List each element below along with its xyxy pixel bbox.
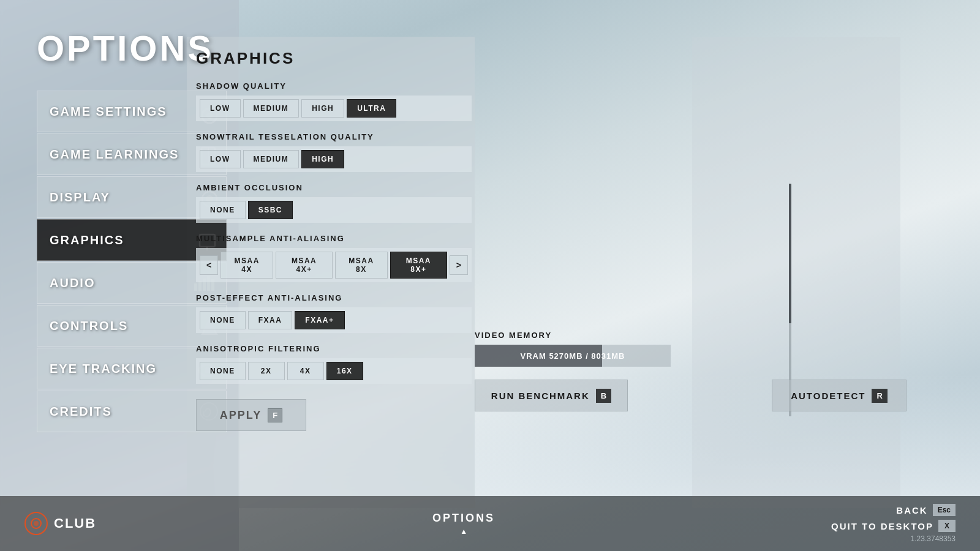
club-label: CLUB <box>54 515 96 531</box>
page-title: OPTIONS <box>37 28 214 69</box>
autodetect-button[interactable]: AUTODETECT R <box>772 380 907 411</box>
quit-key: X <box>938 520 956 532</box>
right-panel-overlay <box>692 37 900 508</box>
ao-none-btn[interactable]: NONE <box>200 201 246 219</box>
msaa-8xplus-btn[interactable]: MSAA 8X+ <box>390 252 447 279</box>
quit-label: QUIT TO DESKTOP <box>831 521 933 531</box>
msaa-options: < MSAA 4X MSAA 4X+ MSAA 8X MSAA 8X+ > <box>196 248 472 282</box>
scroll-thumb <box>789 184 791 323</box>
shadow-ultra-btn[interactable]: ULTRA <box>347 99 396 118</box>
shadow-low-btn[interactable]: LOW <box>200 99 241 118</box>
aniso-2x-btn[interactable]: 2x <box>248 362 285 380</box>
apply-button[interactable]: APPLY F <box>196 399 306 431</box>
bottom-bar: CLUB OPTIONS ▲ BACK Esc QUIT TO DESKTOP … <box>0 496 980 551</box>
apply-label: APPLY <box>220 409 262 422</box>
graphics-section-title: GRAPHICS <box>196 49 472 68</box>
postaa-fxaaplus-btn[interactable]: FXAA+ <box>295 311 344 329</box>
autodetect-key: R <box>872 389 887 403</box>
benchmark-button[interactable]: RUN BENCHMARK B <box>475 380 628 411</box>
msaa-8x-btn[interactable]: MSAA 8X <box>335 252 388 279</box>
anisotropic-label: ANISOTROPIC FILTERING <box>196 344 472 353</box>
autodetect-label: AUTODETECT <box>791 391 865 401</box>
benchmark-label: RUN BENCHMARK <box>491 391 590 401</box>
post-effect-label: POST-EFFECT ANTI-ALIASING <box>196 293 472 302</box>
vram-bar: VRAM 5270MB / 8031MB <box>475 345 671 367</box>
msaa-label: MULTISAMPLE ANTI-ALIASING <box>196 234 472 243</box>
msaa-group: MULTISAMPLE ANTI-ALIASING < MSAA 4X MSAA… <box>196 234 472 282</box>
back-label: BACK <box>896 505 927 515</box>
msaa-4xplus-btn[interactable]: MSAA 4X+ <box>276 252 333 279</box>
vram-section: VIDEO MEMORY VRAM 5270MB / 8031MB <box>475 331 671 367</box>
quit-control: QUIT TO DESKTOP X <box>831 520 956 532</box>
post-effect-aa-group: POST-EFFECT ANTI-ALIASING NONE FXAA FXAA… <box>196 293 472 333</box>
options-label: OPTIONS <box>432 512 495 525</box>
aniso-16x-btn[interactable]: 16x <box>326 362 363 380</box>
shadow-quality-label: SHADOW QUALITY <box>196 81 472 91</box>
back-control: BACK Esc <box>831 504 956 516</box>
anisotropic-group: ANISOTROPIC FILTERING NONE 2x 4x 16x <box>196 344 472 384</box>
shadow-quality-options: LOW MEDIUM HIGH ULTRA <box>196 96 472 121</box>
snowtrail-label: SNOWTRAIL TESSELATION QUALITY <box>196 132 472 141</box>
ambient-occlusion-group: AMBIENT OCCLUSION NONE SSBC <box>196 183 472 223</box>
bottom-controls: BACK Esc QUIT TO DESKTOP X 1.23.3748353 <box>831 504 956 543</box>
shadow-quality-group: SHADOW QUALITY LOW MEDIUM HIGH ULTRA <box>196 81 472 121</box>
club-icon <box>24 512 48 535</box>
club-button[interactable]: CLUB <box>24 512 96 535</box>
version-text: 1.23.3748353 <box>831 534 956 543</box>
ambient-occlusion-options: NONE SSBC <box>196 197 472 223</box>
options-up-arrow: ▲ <box>432 527 495 536</box>
snowtrail-low-btn[interactable]: LOW <box>200 150 241 168</box>
aniso-4x-btn[interactable]: 4x <box>287 362 324 380</box>
benchmark-key: B <box>596 389 611 403</box>
bottom-options: OPTIONS ▲ <box>432 512 495 536</box>
shadow-high-btn[interactable]: HIGH <box>301 99 344 118</box>
ambient-occlusion-label: AMBIENT OCCLUSION <box>196 183 472 192</box>
msaa-prev-btn[interactable]: < <box>200 255 218 275</box>
postaa-none-btn[interactable]: NONE <box>200 311 246 329</box>
snowtrail-high-btn[interactable]: HIGH <box>301 150 344 168</box>
anisotropic-options: NONE 2x 4x 16x <box>196 358 472 384</box>
shadow-medium-btn[interactable]: MEDIUM <box>243 99 300 118</box>
post-effect-options: NONE FXAA FXAA+ <box>196 307 472 333</box>
msaa-4x-btn[interactable]: MSAA 4X <box>221 252 273 279</box>
vram-label: VIDEO MEMORY <box>475 331 671 340</box>
graphics-panel: GRAPHICS SHADOW QUALITY LOW MEDIUM HIGH … <box>196 49 472 395</box>
snowtrail-tess-group: SNOWTRAIL TESSELATION QUALITY LOW MEDIUM… <box>196 132 472 172</box>
msaa-next-btn[interactable]: > <box>450 255 468 275</box>
vram-text: VRAM 5270MB / 8031MB <box>521 351 625 361</box>
postaa-fxaa-btn[interactable]: FXAA <box>248 311 293 329</box>
snowtrail-medium-btn[interactable]: MEDIUM <box>243 150 300 168</box>
snowtrail-options: LOW MEDIUM HIGH <box>196 146 472 172</box>
back-key: Esc <box>933 504 956 516</box>
apply-key: F <box>268 408 282 422</box>
aniso-none-btn[interactable]: NONE <box>200 362 246 380</box>
svg-point-18 <box>34 521 39 526</box>
ao-ssbc-btn[interactable]: SSBC <box>248 201 293 219</box>
